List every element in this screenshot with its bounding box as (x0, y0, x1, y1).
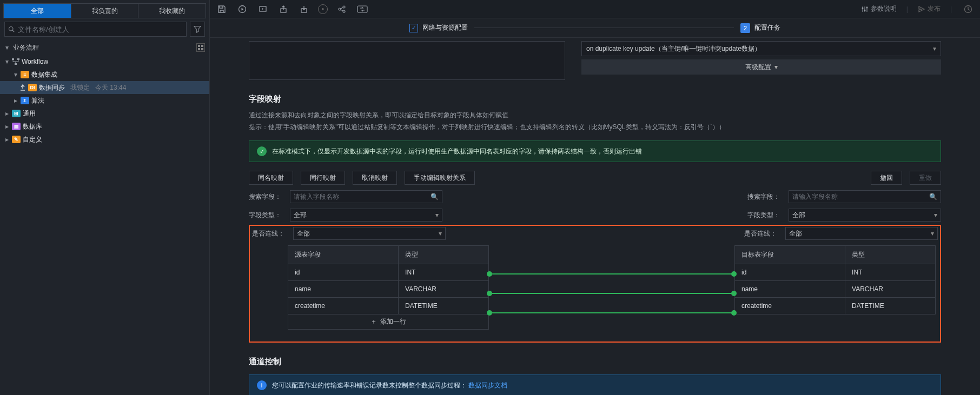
source-th-field: 源表字段 (288, 246, 399, 264)
sidebar-search-box[interactable] (4, 22, 187, 37)
pk-conflict-select[interactable]: on duplicate key update（当主键/唯一键时冲突update… (581, 41, 941, 56)
chevron-down-icon: ▾ (934, 211, 937, 219)
target-th-type: 类型 (845, 246, 936, 264)
cancel-map-button[interactable]: 取消映射 (353, 171, 397, 185)
folder-icon: ≡ (21, 71, 29, 78)
target-th-field: 目标表字段 (735, 246, 845, 264)
tree-node-workflow[interactable]: ▾ Workflow (0, 55, 209, 68)
svg-point-18 (864, 9, 865, 11)
mapping-highlight-box: 是否连线： 全部 ▾ 是否连线： 全部 ▾ (249, 225, 941, 343)
tree-node-data-sync[interactable]: DI 数据同步 我锁定 今天 13:44 (0, 81, 209, 94)
manual-map-button[interactable]: 手动编辑映射关系 (405, 171, 475, 185)
section-title-field-map: 字段映射 (249, 94, 941, 104)
same-row-map-button[interactable]: 同行映射 (301, 171, 345, 185)
sidebar-filter-button[interactable] (190, 22, 205, 37)
src-field: id (288, 264, 399, 281)
publish-link[interactable]: 发布 (918, 4, 941, 14)
mapping-line[interactable] (489, 312, 734, 313)
step-1[interactable]: ✓ 网络与资源配置 (409, 23, 468, 32)
sidebar-tree: ▾ Workflow ▾ ≡ 数据集成 DI 数据同步 我锁定 (0, 55, 209, 395)
export-icon (19, 84, 26, 91)
table-row[interactable]: id INT (735, 264, 936, 281)
source-linked-select[interactable]: 全部 ▾ (293, 227, 446, 240)
tree-node-general[interactable]: ▸ ⊞ 通用 (0, 107, 209, 120)
custom-icon: ✎ (12, 136, 21, 143)
channel-doc-link[interactable]: 数据同步文档 (468, 381, 507, 389)
tab-all[interactable]: 全部 (4, 4, 71, 18)
step-line (474, 28, 734, 28)
tree-label: 算法 (31, 96, 44, 105)
target-type-select[interactable]: 全部 ▾ (789, 209, 941, 222)
record-icon[interactable]: ● (318, 4, 328, 14)
table-row[interactable]: createtime DATETIME (288, 298, 489, 314)
tree-node-custom[interactable]: ▸ ✎ 自定义 (0, 133, 209, 146)
svg-point-19 (866, 6, 868, 8)
stepper: ✓ 网络与资源配置 2 配置任务 (210, 18, 980, 38)
upper-left-box[interactable] (249, 41, 565, 80)
source-type-value: 全部 (294, 211, 307, 220)
algorithm-icon: Σ (21, 97, 29, 104)
svg-point-14 (343, 6, 345, 8)
play-icon[interactable] (236, 3, 249, 16)
svg-point-17 (862, 7, 863, 9)
target-field-table: 目标表字段 类型 id INT name VARCHAR (734, 245, 936, 314)
source-type-label: 字段类型： (249, 211, 281, 220)
table-row[interactable]: createtime DATETIME (735, 298, 936, 314)
svg-rect-3 (201, 45, 203, 47)
field-map-desc-2: 提示：使用"手动编辑映射关系"可以通过粘贴复制等文本编辑操作，对于列映射进行快速… (249, 122, 941, 133)
target-type-value: 全部 (792, 211, 805, 220)
import-down-icon[interactable] (297, 3, 310, 16)
params-help-link[interactable]: 参数说明 (861, 4, 897, 14)
step-2[interactable]: 2 配置任务 (740, 23, 780, 33)
tgt-field: id (735, 264, 845, 281)
target-search-placeholder: 请输入字段名称 (792, 192, 838, 202)
screen-play-icon[interactable] (256, 3, 269, 16)
table-row[interactable]: id INT (288, 264, 489, 281)
share-icon[interactable] (335, 3, 348, 16)
svg-rect-6 (12, 58, 14, 60)
chevron-down-icon: ▾ (933, 45, 936, 52)
tree-time-meta: 今天 13:44 (95, 83, 126, 92)
table-row[interactable]: name VARCHAR (288, 281, 489, 298)
export-up-icon[interactable] (277, 3, 290, 16)
source-field-table: 源表字段 类型 id INT name VARCHAR (288, 245, 489, 314)
mapping-line[interactable] (489, 293, 734, 294)
undo-button[interactable]: 撤回 (871, 171, 902, 185)
sidebar-search-input[interactable] (18, 25, 183, 34)
add-row-label: 添加一行 (380, 317, 406, 326)
source-search-placeholder: 请输入字段名称 (294, 192, 339, 202)
target-linked-value: 全部 (789, 229, 802, 238)
target-search-input[interactable]: 请输入字段名称 🔍 (789, 190, 941, 203)
tab-fav[interactable]: 我收藏的 (138, 4, 206, 18)
src-type: DATETIME (399, 298, 489, 314)
step-2-num: 2 (740, 23, 750, 33)
save-icon[interactable] (215, 3, 228, 16)
source-search-input[interactable]: 请输入字段名称 🔍 (290, 190, 442, 203)
target-linked-select[interactable]: 全部 ▾ (785, 227, 938, 240)
tree-node-data-integration[interactable]: ▾ ≡ 数据集成 (0, 68, 209, 81)
chevron-down-icon: ▾ (931, 230, 934, 237)
add-row-button[interactable]: ＋ 添加一行 (288, 314, 489, 330)
tab-mine[interactable]: 我负责的 (71, 4, 139, 18)
chevron-down-icon[interactable]: ▾ (4, 44, 10, 51)
svg-point-0 (9, 27, 14, 31)
tree-node-database[interactable]: ▸ ▤ 数据库 (0, 120, 209, 133)
table-row[interactable]: name VARCHAR (735, 281, 936, 298)
source-search-label: 搜索字段： (249, 192, 281, 202)
database-icon: ▤ (12, 123, 21, 130)
workflow-icon (12, 58, 19, 65)
source-type-select[interactable]: 全部 ▾ (290, 209, 442, 222)
info-circle-icon: i (257, 380, 267, 390)
tree-node-algorithm[interactable]: ▸ Σ 算法 (0, 94, 209, 107)
step-2-label: 配置任务 (754, 23, 780, 32)
convert-icon[interactable] (356, 3, 369, 16)
channel-alert-text: 您可以配置作业的传输速率和错误记录数来控制整个数据同步过程： (272, 381, 467, 389)
pk-conflict-value: on duplicate key update（当主键/唯一键时冲突update… (586, 44, 761, 53)
advanced-config-button[interactable]: 高级配置 ▾ (581, 59, 941, 75)
src-field: name (288, 281, 399, 298)
mapping-line[interactable] (489, 273, 734, 275)
clock-icon[interactable] (962, 3, 975, 16)
view-toggle-grid-icon[interactable] (196, 43, 205, 52)
sidebar-tabs: 全部 我负责的 我收藏的 (3, 3, 206, 18)
same-name-map-button[interactable]: 同名映射 (249, 171, 293, 185)
